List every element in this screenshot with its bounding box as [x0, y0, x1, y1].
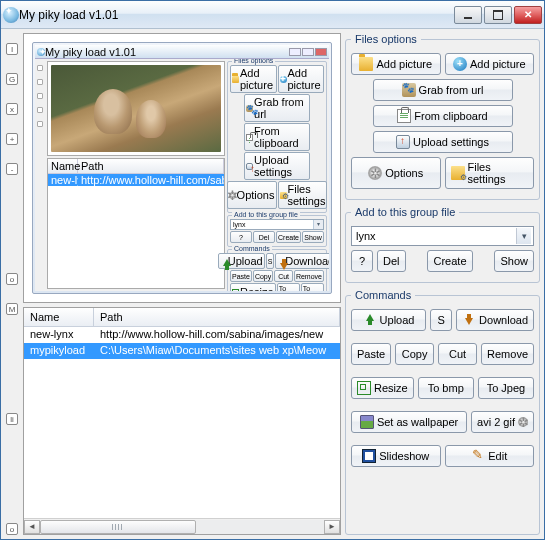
to-bmp-button[interactable]: To bmp [418, 377, 474, 399]
table-row[interactable]: new-lynx http://www.hollow-hill.com/sabi… [24, 327, 340, 343]
lb-7[interactable]: M [6, 303, 18, 315]
slideshow-button[interactable]: Slideshow [351, 445, 441, 467]
options-button[interactable]: Options [351, 157, 441, 189]
lb-9[interactable]: o [6, 523, 18, 535]
paste-button[interactable]: Paste [351, 343, 391, 365]
group-select[interactable]: lynx [351, 226, 534, 246]
scroll-thumb[interactable] [40, 520, 196, 534]
commands-legend: Commands [351, 289, 415, 301]
table-header: Name Path [24, 308, 340, 327]
files-options-legend: Files options [351, 33, 421, 45]
lb-4[interactable]: + [6, 133, 18, 145]
window-buttons [454, 6, 542, 24]
mini-show: Show [302, 231, 324, 243]
lynx-photo [51, 65, 221, 152]
th-name[interactable]: Name [24, 308, 94, 326]
table-row[interactable]: mypikyload C:\Users\Miaw\Documents\sites… [24, 343, 340, 359]
mini-clip: From clipboard [244, 123, 310, 151]
scroll-right-button[interactable]: ► [324, 520, 340, 534]
add-icon [453, 57, 467, 71]
add-picture-button-1[interactable]: Add picture [351, 53, 441, 75]
copy-button[interactable]: Copy [395, 343, 434, 365]
download-icon [462, 313, 476, 327]
resize-icon [357, 381, 371, 395]
mini-close [315, 48, 327, 56]
mini-preview [47, 61, 225, 156]
wallpaper-button[interactable]: Set as wallpaper [351, 411, 467, 433]
td-name: mypikyload [24, 343, 94, 359]
wallpaper-icon [360, 415, 374, 429]
create-button[interactable]: Create [427, 250, 472, 272]
upload-settings-icon [396, 135, 410, 149]
titlebar[interactable]: My piky load v1.01 [1, 1, 544, 29]
s-button[interactable]: S [430, 309, 452, 331]
lb-5[interactable]: - [6, 163, 18, 175]
mini-th-name: Name [48, 159, 78, 173]
mini-fset: Files settings [278, 181, 328, 209]
help-button[interactable]: ? [351, 250, 373, 272]
mini-titlebar: My piky load v1.01 [35, 45, 329, 59]
from-clipboard-button[interactable]: From clipboard [373, 105, 513, 127]
mini-q: ? [230, 231, 252, 243]
scroll-track[interactable] [40, 520, 324, 534]
app-window: My piky load v1.01 I G x + - o M li o [0, 0, 545, 540]
client-area: I G x + - o M li o My piky load v1.01 [1, 29, 544, 539]
mini-cmd-legend: Commands [232, 245, 272, 252]
to-jpeg-button[interactable]: To Jpeg [478, 377, 534, 399]
preview-pane: My piky load v1.01 NamePath new-lynxhttp… [23, 33, 341, 303]
del-button[interactable]: Del [377, 250, 406, 272]
mini-min [289, 48, 301, 56]
mini-leftbar [37, 61, 45, 289]
maximize-button[interactable] [484, 6, 512, 24]
right-column: Files options Add picture Add picture Gr… [345, 33, 540, 535]
mini-app-icon [37, 48, 45, 56]
mini-td-path: http://www.hollow-hill.com/sabina/images… [78, 174, 224, 186]
mini-upset: Upload settings [244, 152, 310, 180]
minimize-button[interactable] [454, 6, 482, 24]
lb-8[interactable]: li [6, 413, 18, 425]
files-options-group: Files options Add picture Add picture Gr… [345, 33, 540, 200]
pencil-icon [471, 449, 485, 463]
mini-add2: Add picture [278, 65, 325, 93]
mini-grab: Grab from url [244, 94, 310, 122]
show-button[interactable]: Show [494, 250, 534, 272]
mini-del: Del [253, 231, 275, 243]
lb-1[interactable]: I [6, 43, 18, 55]
file-table: Name Path new-lynx http://www.hollow-hil… [23, 307, 341, 535]
mini-table: NamePath new-lynxhttp://www.hollow-hill.… [47, 158, 225, 289]
mini-window: My piky load v1.01 NamePath new-lynxhttp… [35, 45, 329, 291]
app-icon [3, 7, 19, 23]
avi2gif-button[interactable]: avi 2 gif [471, 411, 534, 433]
clipboard-icon [397, 109, 411, 123]
group-file-group: Add to this group file lynx ? Del Create… [345, 206, 540, 283]
lb-6[interactable]: o [6, 273, 18, 285]
lb-3[interactable]: x [6, 103, 18, 115]
remove-button[interactable]: Remove [481, 343, 534, 365]
preview-thumbnail: My piky load v1.01 NamePath new-lynxhttp… [32, 42, 332, 294]
mini-remove: Remove [294, 270, 324, 282]
cut-button[interactable]: Cut [438, 343, 477, 365]
mini-tojpeg: To Jpeg [301, 283, 324, 291]
grab-icon [402, 83, 416, 97]
td-path: C:\Users\Miaw\Documents\sites web xp\Meo… [94, 343, 340, 359]
resize-button[interactable]: Resize [351, 377, 414, 399]
add-picture-button-2[interactable]: Add picture [445, 53, 535, 75]
edit-button[interactable]: Edit [445, 445, 535, 467]
upload-settings-button[interactable]: Upload settings [373, 131, 513, 153]
mini-s: S [266, 253, 275, 269]
scroll-left-button[interactable]: ◄ [24, 520, 40, 534]
close-button[interactable] [514, 6, 542, 24]
mini-td-name: new-lynx [48, 174, 78, 186]
folder-icon [359, 57, 373, 71]
mini-th-path: Path [78, 159, 224, 173]
h-scrollbar[interactable]: ◄ ► [24, 518, 340, 534]
lb-2[interactable]: G [6, 73, 18, 85]
mini-cut: Cut [274, 270, 293, 282]
download-button[interactable]: Download [456, 309, 534, 331]
table-body[interactable]: new-lynx http://www.hollow-hill.com/sabi… [24, 327, 340, 518]
th-path[interactable]: Path [94, 308, 340, 326]
grab-url-button[interactable]: Grab from url [373, 79, 513, 101]
upload-button[interactable]: Upload [351, 309, 426, 331]
files-settings-button[interactable]: Files settings [445, 157, 535, 189]
mini-fo-legend: Files options [232, 59, 275, 64]
